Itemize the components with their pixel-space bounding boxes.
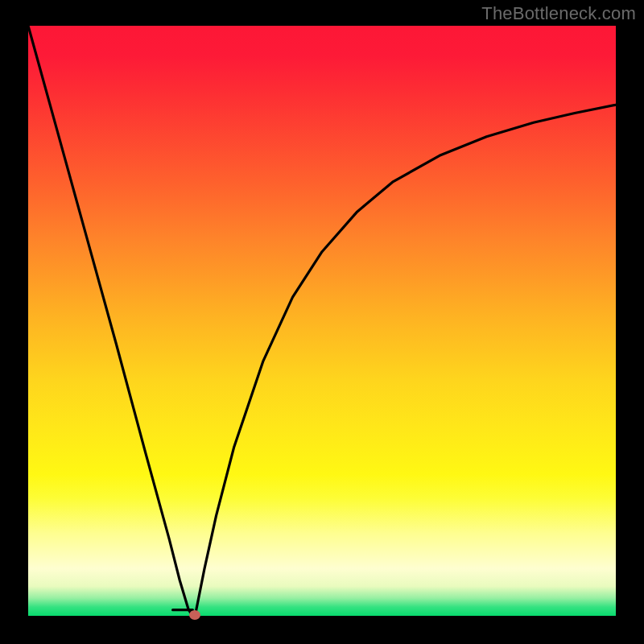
plot-area	[28, 26, 616, 616]
chart-frame: TheBottleneck.com	[0, 0, 644, 644]
curve-path	[28, 26, 616, 616]
marker-dot	[189, 610, 200, 620]
bottleneck-curve	[28, 26, 616, 616]
watermark-text: TheBottleneck.com	[481, 3, 636, 24]
